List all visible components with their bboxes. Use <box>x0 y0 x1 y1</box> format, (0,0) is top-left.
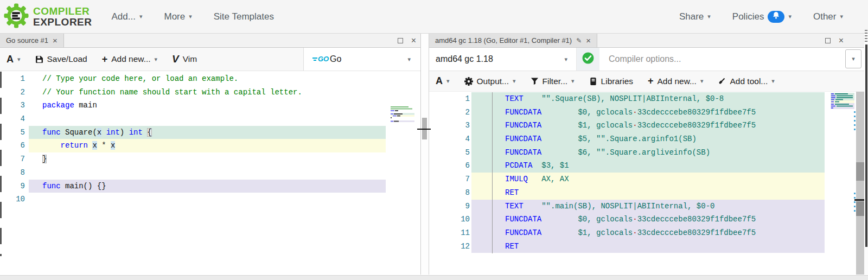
assembly-line[interactable]: 10FUNCDATA $0, gclocals·33cdecccebe80329… <box>429 213 864 226</box>
plus-icon: + <box>648 75 654 87</box>
gear-icon <box>464 77 473 86</box>
source-code-line[interactable]: 2// Your function name should start with… <box>0 86 420 99</box>
menu-share[interactable]: Share ▾ <box>679 11 711 22</box>
line-number: 8 <box>429 186 470 200</box>
line-number: 8 <box>0 166 25 180</box>
compiler-explorer-gear-icon <box>4 3 29 30</box>
gutter-decoration-line <box>492 92 493 253</box>
menu-site-templates[interactable]: Site Templates <box>214 11 274 22</box>
source-toolbar: A ▾ Save/Load + Add new... ▾ V <box>0 48 420 71</box>
source-code-line[interactable]: 8 <box>0 166 420 180</box>
assembly-line[interactable]: 7IMULQ AX, AX <box>429 173 864 186</box>
drag-grip-icon[interactable] <box>865 30 867 43</box>
logo-wordmark: COMPILER EXPLORER <box>33 6 92 28</box>
menu-add[interactable]: Add... ▾ <box>112 11 143 22</box>
close-icon[interactable]: × <box>586 36 591 44</box>
line-number: 1 <box>0 72 25 86</box>
line-number: 3 <box>429 119 470 132</box>
line-number: 10 <box>429 213 470 226</box>
assembly-line[interactable]: 3FUNCDATA $1, gclocals·33cdecccebe80329f… <box>429 119 864 132</box>
tab-go-source[interactable]: Go source #1 × <box>0 34 64 47</box>
compiler-options-input[interactable] <box>599 48 864 71</box>
font-size-button[interactable]: A ▾ <box>7 54 21 65</box>
assembly-line[interactable]: 6PCDATA $3, $1 <box>429 159 864 173</box>
code-text: FUNCDATA $1, gclocals·33cdecccebe80329f1… <box>505 119 756 132</box>
assembly-output-editor[interactable]: 1TEXT "".Square(SB), NOSPLIT|ABIInternal… <box>429 92 864 275</box>
bell-icon <box>772 11 780 22</box>
language-select[interactable]: GO Go ▾ <box>303 48 420 71</box>
source-code-line[interactable]: 7} <box>0 152 420 166</box>
source-code-editor[interactable]: 1// Type your code here, or load an exam… <box>0 71 420 274</box>
minimap-decoration-marks <box>854 111 856 132</box>
code-text: FUNCDATA $0, gclocals·33cdecccebe80329f1… <box>505 213 756 226</box>
add-new-button[interactable]: + Add new... ▾ <box>648 75 703 87</box>
check-circle-icon <box>582 52 595 67</box>
tab-label: Go source #1 <box>6 36 48 44</box>
scrollbar-thumb[interactable] <box>856 162 864 181</box>
font-size-button[interactable]: A ▾ <box>436 75 450 87</box>
maximize-icon[interactable] <box>398 38 403 43</box>
add-new-button[interactable]: + Add new... ▾ <box>102 54 157 65</box>
libraries-button[interactable]: Libraries <box>589 77 633 86</box>
scrollbar[interactable] <box>856 92 864 275</box>
close-icon[interactable]: × <box>411 36 416 45</box>
compiler-explorer-app: COMPILER EXPLORER Add... ▾ More ▾ Site T… <box>0 0 868 280</box>
menu-policies[interactable]: Policies ▾ <box>732 11 792 23</box>
source-minimap[interactable] <box>391 106 414 126</box>
assembly-line[interactable]: 2FUNCDATA $0, gclocals·33cdecccebe80329f… <box>429 106 864 119</box>
code-text: RET <box>505 240 519 253</box>
assembly-line[interactable]: 12RET <box>429 240 864 253</box>
line-number: 10 <box>0 193 25 206</box>
source-code-line[interactable]: 5func Square(x int) int { <box>0 126 420 139</box>
source-code-line[interactable]: 9func main() {} <box>0 180 420 193</box>
chevron-down-icon: ▾ <box>446 78 450 84</box>
assembly-line[interactable]: 8RET <box>429 186 864 200</box>
line-number: 5 <box>0 126 25 139</box>
chevron-down-icon: ▾ <box>155 56 158 62</box>
code-text: FUNCDATA $1, gclocals·33cdecccebe80329f1… <box>505 226 756 240</box>
assembly-line[interactable]: 9TEXT "".main(SB), NOSPLIT|ABIInternal, … <box>429 200 864 213</box>
line-number: 1 <box>429 92 470 106</box>
source-code-line[interactable]: 3package main <box>0 99 420 112</box>
save-load-button[interactable]: Save/Load <box>35 54 87 64</box>
menu-more[interactable]: More ▾ <box>164 11 192 22</box>
menu-other[interactable]: Other ▾ <box>813 11 843 22</box>
line-number: 6 <box>429 159 470 173</box>
line-number: 12 <box>429 240 470 253</box>
logo[interactable]: COMPILER EXPLORER <box>4 3 92 30</box>
vim-toggle-button[interactable]: V Vim <box>172 53 197 65</box>
splitter-grip-line <box>854 199 864 201</box>
source-code-line[interactable]: 4 <box>0 112 420 126</box>
source-code-line[interactable]: 10 <box>0 193 420 206</box>
code-text: package main <box>42 99 97 112</box>
assembly-line[interactable]: 11FUNCDATA $1, gclocals·33cdecccebe80329… <box>429 226 864 240</box>
screwdriver-icon <box>718 77 726 85</box>
options-dropdown-button[interactable]: ▾ <box>845 49 861 68</box>
plus-icon: + <box>102 54 108 65</box>
line-number: 4 <box>429 132 470 146</box>
tab-compiler-output[interactable]: amd64 gc 1.18 (Go, Editor #1, Compiler #… <box>429 34 597 47</box>
chevron-down-icon: ▾ <box>407 56 411 62</box>
pane-splitter[interactable] <box>422 34 429 275</box>
code-text: // Type your code here, or load an examp… <box>42 72 238 86</box>
chevron-down-icon: ▾ <box>139 14 143 20</box>
compiler-select[interactable]: amd64 gc 1.18 ▾ <box>429 48 577 71</box>
scrollbar-thumb[interactable] <box>856 201 864 216</box>
assembly-line[interactable]: 4FUNCDATA $5, "".Square.arginfo1(SB) <box>429 132 864 146</box>
rename-pencil-icon[interactable]: ✎ <box>576 37 582 44</box>
output-button[interactable]: Output... ▾ <box>464 77 516 86</box>
source-code-line[interactable]: 6 return x * x <box>0 139 420 152</box>
line-number: 4 <box>0 112 25 126</box>
assembly-line[interactable]: 5FUNCDATA $6, "".Square.argliveinfo(SB) <box>429 146 864 160</box>
code-text: func main() {} <box>42 180 106 193</box>
assembly-minimap[interactable] <box>831 93 854 109</box>
close-icon[interactable]: × <box>839 36 844 45</box>
splitter-grip-line <box>417 129 431 130</box>
assembly-line[interactable]: 1TEXT "".Square(SB), NOSPLIT|ABIInternal… <box>429 92 864 106</box>
close-icon[interactable]: × <box>53 36 58 44</box>
add-tool-button[interactable]: Add tool... ▾ <box>718 77 774 86</box>
filter-button[interactable]: Filter... ▾ <box>531 77 575 86</box>
chevron-down-icon: ▾ <box>788 14 792 20</box>
maximize-icon[interactable] <box>825 38 831 43</box>
source-code-line[interactable]: 1// Type your code here, or load an exam… <box>0 72 420 86</box>
